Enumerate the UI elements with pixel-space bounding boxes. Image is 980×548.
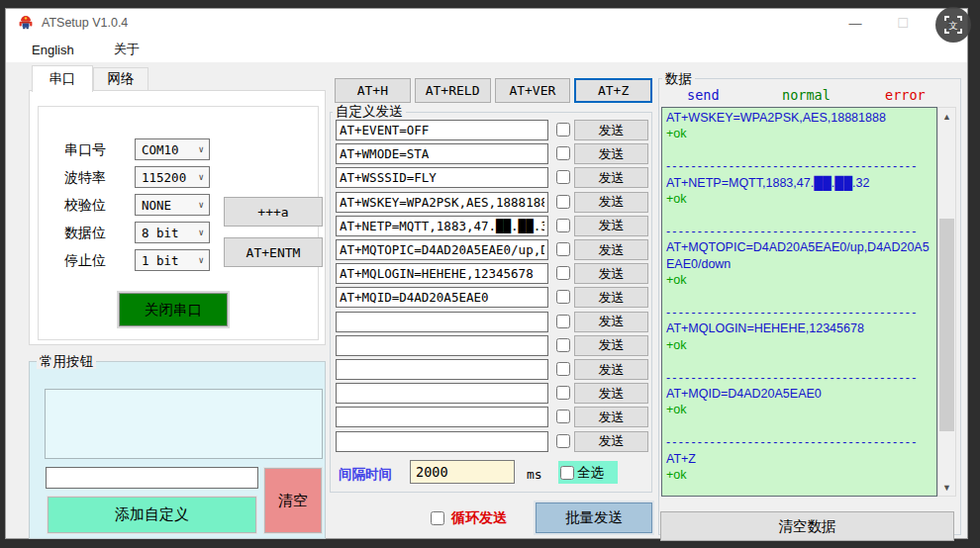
serial-field-dropdown[interactable]: NONE∨ (135, 194, 210, 216)
scrollbar-thumb[interactable] (939, 219, 954, 431)
command-input[interactable] (336, 312, 548, 332)
custom-send-group-title: 自定义发送 (333, 104, 406, 119)
command-checkbox[interactable] (556, 219, 570, 232)
command-checkbox[interactable] (556, 123, 570, 137)
data-log-line: ---------------------------------------- (666, 158, 932, 174)
serial-field-dropdown[interactable]: 8 bit∨ (135, 222, 210, 243)
command-checkbox[interactable] (556, 195, 570, 209)
capture-frame-icon: 文 (943, 15, 963, 35)
serial-form-row: 波特率115200∨ (39, 166, 318, 188)
send-button[interactable]: 发送 (574, 431, 648, 452)
command-input[interactable] (336, 335, 548, 356)
tab-network[interactable]: 网络 (93, 67, 148, 91)
command-input[interactable] (336, 192, 548, 213)
scroll-down-icon[interactable]: ▼ (938, 479, 955, 496)
select-all-checkbox[interactable] (560, 466, 574, 480)
command-input[interactable] (336, 143, 548, 164)
command-checkbox[interactable] (556, 290, 570, 304)
quick-at-button[interactable]: AT+Z (574, 78, 652, 103)
maximize-button[interactable]: ☐ (896, 16, 910, 31)
menu-item-about[interactable]: 关于 (102, 37, 151, 62)
send-button[interactable]: 发送 (574, 239, 648, 260)
command-row: 发送 (331, 263, 651, 285)
serial-form-row: 串口号COM10∨ (39, 138, 318, 160)
close-serial-button[interactable]: 关闭串口 (119, 293, 228, 326)
send-button[interactable]: 发送 (574, 192, 648, 213)
command-checkbox[interactable] (556, 338, 570, 352)
command-input[interactable] (336, 359, 548, 380)
send-button[interactable]: 发送 (574, 287, 648, 308)
command-row: 发送 (331, 287, 651, 309)
data-legend: send normal error (659, 87, 960, 103)
serial-field-dropdown[interactable]: COM10∨ (135, 138, 210, 160)
command-input[interactable] (336, 167, 548, 188)
serial-field-dropdown[interactable]: 115200∨ (135, 166, 210, 188)
interval-input[interactable] (410, 460, 515, 484)
select-all-label: 全选 (577, 464, 604, 482)
command-row: 发送 (331, 167, 651, 189)
quick-at-button[interactable]: AT+RELD (415, 78, 491, 103)
app-window: ATSetup V1.0.4 — ☐ ✕ English 关于 网络 串口 串口… (5, 8, 968, 539)
send-button[interactable]: 发送 (574, 312, 648, 332)
title-bar[interactable]: ATSetup V1.0.4 — ☐ ✕ (6, 9, 967, 37)
data-log-line: AT+MQTOPIC=D4AD20A5EAE0/up,D4AD20A5EAE0/… (666, 239, 932, 272)
minimize-button[interactable]: — (848, 16, 862, 31)
data-log-line: ---------------------------------------- (666, 224, 932, 239)
command-input[interactable] (336, 383, 548, 404)
command-row: 发送 (331, 359, 651, 381)
select-all-control[interactable]: 全选 (558, 461, 618, 484)
send-button[interactable]: 发送 (574, 359, 648, 380)
tab-serial[interactable]: 串口 (32, 65, 93, 92)
send-button[interactable]: 发送 (574, 335, 648, 356)
command-row: 发送 (331, 239, 651, 261)
command-input[interactable] (336, 216, 548, 236)
command-input[interactable] (336, 120, 548, 140)
clear-common-button[interactable]: 清空 (264, 468, 322, 533)
command-checkbox[interactable] (556, 386, 570, 400)
quick-at-button[interactable]: AT+VER (495, 78, 571, 103)
serial-field-label: 校验位 (64, 197, 106, 215)
send-button[interactable]: 发送 (574, 216, 648, 236)
clear-data-button[interactable]: 清空数据 (660, 511, 954, 541)
add-custom-button[interactable]: 添加自定义 (48, 497, 256, 533)
legend-send: send (687, 87, 720, 103)
send-button[interactable]: 发送 (574, 383, 648, 404)
batch-send-button[interactable]: 批量发送 (536, 502, 652, 533)
scroll-up-icon[interactable]: ▲ (938, 108, 955, 125)
chevron-down-icon: ∨ (199, 144, 204, 154)
serial-settings-group: 串口号COM10∨波特率115200∨校验位NONE∨数据位8 bit∨停止位1… (38, 106, 319, 340)
command-input[interactable] (336, 263, 548, 284)
command-checkbox[interactable] (556, 170, 570, 184)
serial-field-label: 数据位 (64, 225, 106, 242)
data-log[interactable]: AT+WSKEY=WPA2PSK,AES,18881888+ok -------… (661, 107, 937, 497)
command-input[interactable] (336, 239, 548, 260)
menu-item-english[interactable]: English (20, 39, 86, 61)
common-buttons-list[interactable] (45, 389, 323, 459)
command-checkbox[interactable] (556, 362, 570, 376)
data-log-line: ---------------------------------------- (666, 305, 932, 320)
at-entm-button[interactable]: AT+ENTM (224, 237, 323, 267)
data-scrollbar[interactable]: ▲ ▼ (937, 107, 956, 497)
command-checkbox[interactable] (556, 410, 570, 423)
command-checkbox[interactable] (556, 315, 570, 328)
command-input[interactable] (336, 287, 548, 308)
serial-field-dropdown[interactable]: 1 bit∨ (135, 249, 210, 271)
screen-capture-badge[interactable]: 文 (935, 7, 971, 43)
plus-a-button[interactable]: +++a (224, 197, 323, 227)
quick-at-button[interactable]: AT+H (335, 78, 411, 103)
loop-send-control[interactable]: 循环发送 (431, 509, 507, 527)
send-button[interactable]: 发送 (574, 143, 648, 164)
custom-command-input[interactable] (46, 467, 258, 489)
command-checkbox[interactable] (556, 434, 570, 448)
command-input[interactable] (336, 431, 548, 452)
send-button[interactable]: 发送 (574, 407, 648, 427)
command-checkbox[interactable] (556, 146, 570, 160)
command-input[interactable] (336, 407, 548, 427)
send-button[interactable]: 发送 (574, 263, 648, 284)
loop-send-checkbox[interactable] (431, 511, 444, 525)
command-checkbox[interactable] (556, 242, 570, 256)
send-button[interactable]: 发送 (574, 167, 648, 188)
data-log-line: +ok (666, 272, 932, 288)
command-checkbox[interactable] (556, 266, 570, 280)
send-button[interactable]: 发送 (574, 120, 648, 140)
